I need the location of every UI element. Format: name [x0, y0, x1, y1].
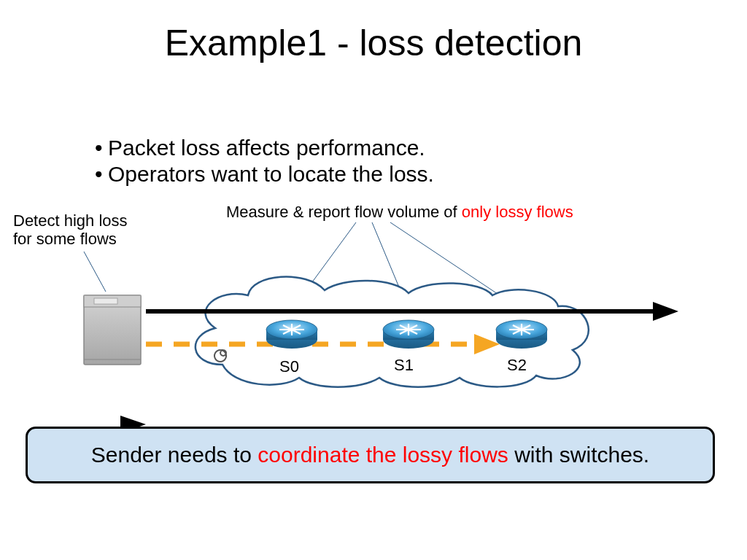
router-s0-icon [266, 320, 317, 349]
svg-line-0 [84, 252, 106, 292]
router-s2-icon [496, 320, 547, 349]
callout-pre: Sender needs to [91, 443, 258, 467]
switch-label-s2: S2 [507, 356, 527, 375]
callout-post: with switches. [508, 443, 649, 467]
server-icon [84, 295, 141, 365]
slide: Example1 - loss detection Packet loss af… [0, 0, 747, 560]
switch-label-s0: S0 [279, 357, 299, 376]
callout-box: Sender needs to coordinate the lossy flo… [26, 427, 715, 483]
svg-marker-5 [653, 302, 678, 321]
router-s1-icon [383, 320, 434, 349]
switch-label-s1: S1 [394, 356, 414, 375]
svg-rect-10 [94, 298, 117, 304]
callout-red: coordinate the lossy flows [258, 443, 508, 467]
